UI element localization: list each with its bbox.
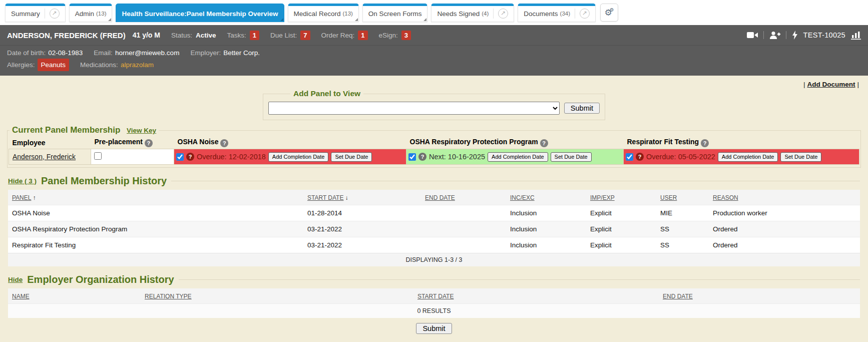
tasks-label: Tasks:: [227, 32, 246, 39]
esign-count-badge[interactable]: 3: [401, 31, 411, 40]
col-osha-noise: OSHA Noise?: [174, 136, 406, 149]
sort-inc-exc[interactable]: INC/EXC: [510, 194, 535, 201]
add-completion-date-button[interactable]: Add Completion Date: [268, 152, 329, 162]
preplacement-checkbox[interactable]: [94, 152, 102, 160]
add-completion-date-button[interactable]: Add Completion Date: [718, 152, 778, 162]
employer-history-heading: Hide Employer Organization History: [8, 274, 860, 285]
sort-end-date[interactable]: END DATE: [663, 293, 693, 300]
set-due-date-button[interactable]: Set Due Date: [780, 152, 821, 162]
video-camera-icon[interactable]: [747, 32, 758, 39]
tab-admin[interactable]: Admin (13): [69, 4, 113, 22]
add-completion-date-button[interactable]: Add Completion Date: [488, 152, 548, 162]
col-respirator-fit: Respirator Fit Testing?: [624, 136, 859, 149]
tab-summary[interactable]: Summary ↗: [5, 4, 66, 22]
submit-button[interactable]: Submit: [416, 323, 452, 334]
help-icon[interactable]: ?: [145, 139, 153, 147]
help-icon[interactable]: ?: [220, 139, 228, 147]
order-req-count-badge[interactable]: 1: [358, 31, 367, 40]
employee-link[interactable]: Anderson, Frederick: [13, 153, 76, 161]
add-panel-select[interactable]: [268, 102, 560, 115]
displaying-count: DISPLAYING 1-3 / 3: [8, 253, 860, 267]
osha-respiratory-checkbox[interactable]: [408, 153, 416, 161]
employee-cell: Anderson, Frederick: [9, 149, 91, 165]
tab-needs-signed[interactable]: Needs Signed (4) ↗: [431, 4, 514, 22]
panel-history-table: PANEL↑ START DATE↓ END DATE INC/EXC IMP/…: [8, 190, 860, 266]
tab-label: Summary: [11, 10, 40, 18]
patient-header-bar: ANDERSON, FREDERICK (FRED) 41 y/o M Stat…: [0, 25, 868, 45]
add-person-icon[interactable]: [769, 31, 780, 39]
popout-icon[interactable]: ↗: [498, 9, 508, 19]
sort-end-date[interactable]: END DATE: [425, 194, 455, 201]
sort-panel[interactable]: PANEL: [12, 194, 31, 201]
allergy-badge[interactable]: Peanuts: [38, 59, 70, 71]
view-key-link[interactable]: View Key: [127, 127, 156, 134]
sort-imp-exp[interactable]: IMP/EXP: [590, 194, 615, 201]
add-document-link[interactable]: Add Document: [807, 81, 855, 88]
add-document-row: |Add Document|: [0, 76, 868, 88]
tab-health-surveillance-panel-membership[interactable]: Health Surveillance:Panel Membership Ove…: [116, 4, 284, 22]
tab-medical-record[interactable]: Medical Record (13): [288, 4, 359, 22]
bar-chart-icon[interactable]: [851, 31, 861, 40]
form-submit-row: Submit: [0, 323, 868, 334]
osha-respiratory-cell: ? Next: 10-16-2025 Add Completion Date S…: [406, 149, 624, 165]
sort-relation-type[interactable]: RELATION TYPE: [145, 293, 192, 300]
help-icon[interactable]: ?: [418, 153, 426, 161]
employer-history-hide-link[interactable]: Hide: [8, 276, 23, 283]
tab-on-screen-forms[interactable]: On Screen Forms: [362, 4, 428, 22]
help-icon[interactable]: ?: [701, 139, 709, 147]
col-osha-respiratory: OSHA Respiratory Protection Program?: [406, 136, 624, 149]
tab-count: (4): [482, 11, 489, 17]
gear-icon-small: ⚙: [610, 7, 614, 13]
due-list-count-badge[interactable]: 7: [300, 31, 310, 40]
current-panel-membership-title: Current Panel Membership: [12, 125, 120, 135]
set-due-date-button[interactable]: Set Due Date: [331, 152, 372, 162]
osha-noise-checkbox[interactable]: [176, 153, 184, 161]
tasks-count-badge[interactable]: 1: [250, 31, 259, 40]
current-panel-membership-fieldset: Current Panel Membership View Key Employ…: [7, 125, 861, 168]
sort-start-date[interactable]: START DATE: [417, 293, 454, 300]
add-panel-submit-button[interactable]: Submit: [564, 103, 600, 114]
respirator-fit-status: Overdue: 05-05-2022: [646, 153, 715, 161]
respirator-fit-checkbox[interactable]: [626, 153, 633, 161]
dob-label: Date of birth:: [7, 47, 46, 59]
sort-reason[interactable]: REASON: [713, 194, 738, 201]
medications-label: Medications:: [80, 59, 118, 71]
help-icon[interactable]: ?: [540, 139, 548, 147]
sort-name[interactable]: NAME: [12, 293, 30, 300]
allergies-label: Allergies:: [7, 59, 35, 71]
status-value: Active: [196, 32, 216, 39]
add-panel-fieldset: Add Panel to View Submit: [263, 89, 605, 120]
due-list-label: Due List:: [270, 32, 297, 39]
help-icon[interactable]: ?: [186, 153, 194, 161]
current-panel-membership-table: Employee Pre-placement? OSHA Noise? OSHA…: [9, 136, 859, 165]
settings-gear-button[interactable]: ⚙ ⚙: [600, 4, 618, 22]
col-employee: Employee: [9, 136, 91, 149]
tab-bar: Summary ↗ Admin (13) Health Surveillance…: [0, 0, 868, 25]
employer-history-table: NAME RELATION TYPE START DATE END DATE 0…: [8, 288, 860, 318]
popout-icon[interactable]: ↗: [580, 9, 590, 19]
current-panel-row: Anderson, Frederick ? Overdue: 12-02-201…: [9, 149, 859, 165]
tab-label: Documents: [524, 10, 558, 18]
tab-count: (13): [342, 11, 352, 17]
patient-age-sex: 41 y/o M: [133, 31, 160, 39]
osha-respiratory-status: Next: 10-16-2025: [429, 153, 485, 161]
preplacement-cell: [91, 149, 174, 165]
sort-start-date[interactable]: START DATE: [307, 194, 343, 201]
email-label: Email:: [94, 47, 113, 59]
tab-label: On Screen Forms: [368, 10, 422, 18]
lightning-icon[interactable]: [792, 31, 798, 40]
dob-value: 02-08-1983: [48, 47, 83, 59]
sort-user[interactable]: USER: [660, 194, 677, 201]
osha-noise-cell: ? Overdue: 12-02-2018 Add Completion Dat…: [174, 149, 406, 165]
set-due-date-button[interactable]: Set Due Date: [551, 152, 592, 162]
tab-count: (34): [560, 11, 570, 17]
panel-history-hide-link[interactable]: Hide ( 3 ): [8, 177, 37, 185]
help-icon[interactable]: ?: [636, 153, 644, 161]
col-preplacement: Pre-placement?: [91, 136, 174, 149]
popout-icon[interactable]: ↗: [50, 9, 60, 19]
order-req-label: Order Req:: [321, 32, 355, 39]
table-row: Respirator Fit Testing 03-21-2022 Inclus…: [8, 237, 860, 253]
medication-value[interactable]: alprazolam: [121, 59, 154, 71]
table-row: OSHA Respiratory Protection Program 03-2…: [8, 221, 860, 237]
tab-documents[interactable]: Documents (34) ↗: [518, 4, 596, 22]
